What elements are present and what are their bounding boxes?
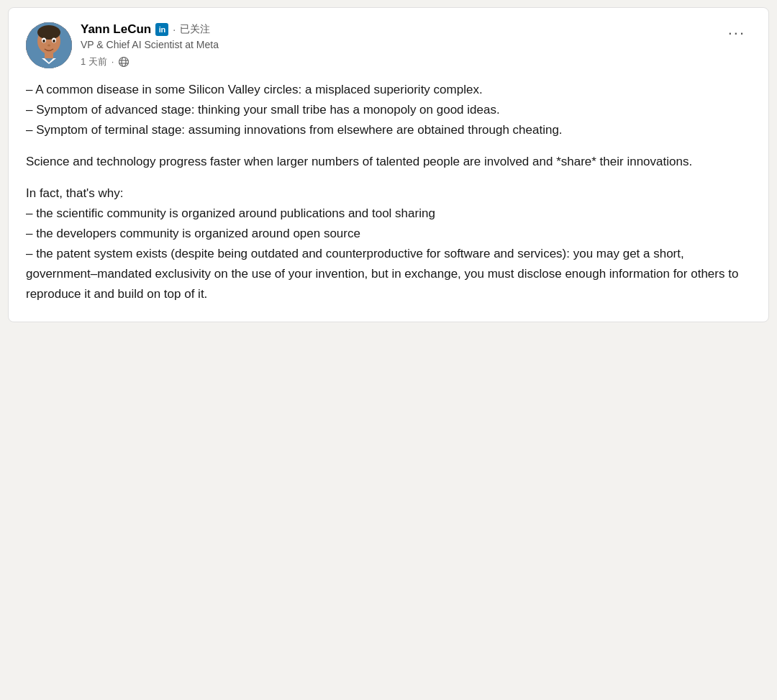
linkedin-icon: in [155, 23, 168, 36]
content-paragraph-1: – A common disease in some Silicon Valle… [26, 80, 751, 140]
svg-point-11 [119, 57, 129, 66]
avatar[interactable] [26, 22, 72, 68]
user-title: VP & Chief AI Scientist at Meta [81, 38, 219, 53]
content-paragraph-3: In fact, that's why: – the scientific co… [26, 183, 751, 304]
meta-dot: · [112, 56, 114, 67]
svg-point-12 [122, 57, 126, 66]
more-options-button[interactable]: ··· [722, 22, 751, 44]
post-content: – A common disease in some Silicon Valle… [26, 80, 751, 304]
user-profile-section: Yann LeCun in · 已关注 VP & Chief AI Scient… [26, 22, 219, 68]
post-meta: 1 天前 · [81, 55, 219, 68]
svg-point-8 [42, 40, 45, 42]
svg-point-2 [37, 25, 60, 40]
name-row: Yann LeCun in · 已关注 [81, 22, 219, 37]
user-info: Yann LeCun in · 已关注 VP & Chief AI Scient… [81, 22, 219, 68]
svg-point-9 [53, 40, 55, 42]
globe-icon [118, 56, 130, 68]
follow-status[interactable]: 已关注 [180, 23, 210, 36]
post-card: Yann LeCun in · 已关注 VP & Chief AI Scient… [8, 7, 769, 322]
post-time: 1 天前 [81, 55, 107, 68]
content-paragraph-2: Science and technology progress faster w… [26, 152, 751, 172]
user-name[interactable]: Yann LeCun [81, 22, 151, 37]
svg-point-10 [47, 45, 50, 47]
svg-rect-3 [45, 53, 53, 58]
dot-separator: · [173, 24, 176, 35]
post-header: Yann LeCun in · 已关注 VP & Chief AI Scient… [26, 22, 751, 68]
